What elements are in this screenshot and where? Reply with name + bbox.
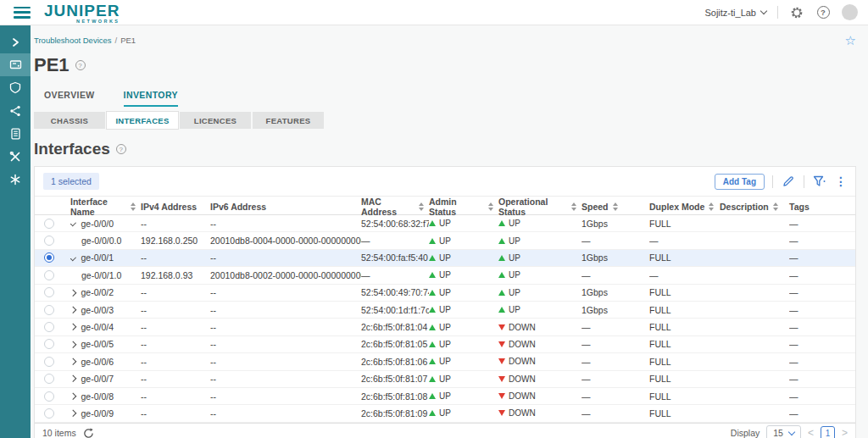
ipv6-cell: 20010db8-0004-0000-0000-000000000002+1 xyxy=(210,236,361,246)
expand-chevron-icon[interactable] xyxy=(70,341,76,348)
sidebar-item-devices[interactable] xyxy=(0,53,31,76)
hamburger-icon[interactable] xyxy=(14,7,31,19)
sort-icon[interactable] xyxy=(613,202,618,211)
column-header-mac-address[interactable]: MAC Address xyxy=(361,197,429,217)
expand-chevron-icon[interactable] xyxy=(70,324,76,330)
section-help-icon[interactable]: ? xyxy=(116,144,126,154)
table-row[interactable]: ge-0/0/4----2c:6b:f5:0f:81:04UPDOWN—FULL… xyxy=(35,319,855,335)
gear-icon[interactable] xyxy=(789,5,804,20)
table-row[interactable]: ge-0/0/1.0192.168.0.9320010db8-0002-0000… xyxy=(35,267,855,284)
column-header-admin-status[interactable]: Admin Status xyxy=(429,197,498,217)
row-radio[interactable] xyxy=(44,339,54,349)
tab-inventory[interactable]: INVENTORY xyxy=(124,90,178,107)
sidebar-expand-button[interactable] xyxy=(0,30,31,53)
page-size-select[interactable]: 15 xyxy=(766,425,801,438)
expand-chevron-icon[interactable] xyxy=(70,375,76,382)
subtab-interfaces[interactable]: INTERFACES xyxy=(107,112,178,129)
help-icon[interactable]: ? xyxy=(815,5,831,20)
ipv4-cell: -- xyxy=(141,322,210,332)
admin-status-cell: UP xyxy=(429,323,498,332)
refresh-icon[interactable] xyxy=(83,428,94,438)
row-radio[interactable] xyxy=(44,391,54,402)
interface-name-cell: ge-0/0/4 xyxy=(70,322,141,332)
row-radio[interactable] xyxy=(44,270,54,280)
next-page-button[interactable]: > xyxy=(842,427,848,438)
interface-name-cell: ge-0/0/9 xyxy=(70,408,141,419)
tab-overview[interactable]: OVERVIEW xyxy=(44,90,95,107)
table-row[interactable]: ge-0/0/8----2c:6b:f5:0f:81:08UPDOWN—FULL… xyxy=(35,388,855,405)
column-header-operational-status[interactable]: Operational Status xyxy=(498,197,581,217)
table-row[interactable]: ge-0/0/0----52:54:00:68:32:f7UPUP1GbpsFU… xyxy=(35,215,855,232)
duplex-cell: FULL xyxy=(649,391,720,402)
column-label: Interface Name xyxy=(70,197,126,217)
column-header-duplex-mode[interactable]: Duplex Mode xyxy=(649,202,720,212)
expand-chevron-icon[interactable] xyxy=(70,393,76,400)
current-page-button[interactable]: 1 xyxy=(821,426,835,438)
account-menu[interactable]: Sojitz-ti_Lab xyxy=(704,8,766,18)
status-text: UP xyxy=(509,236,520,246)
table-row[interactable]: ge-0/0/2----52:54:00:49:70:74UPUP1GbpsFU… xyxy=(35,285,855,302)
table-row[interactable]: ge-0/0/7----2c:6b:f5:0f:81:07UPDOWN—FULL… xyxy=(35,371,855,388)
breadcrumb-current: PE1 xyxy=(120,36,136,45)
table-row[interactable]: ge-0/0/9----2c:6b:f5:0f:81:09UPDOWN—FULL… xyxy=(35,405,855,422)
column-header-description[interactable]: Description xyxy=(720,202,789,212)
row-radio[interactable] xyxy=(44,322,54,332)
ipv6-cell: -- xyxy=(210,374,361,384)
add-tag-button[interactable]: Add Tag xyxy=(715,174,765,190)
collapse-chevron-icon[interactable] xyxy=(70,254,76,261)
ipv6-cell: 20010db8-0002-0000-0000-000000000001+1 xyxy=(210,270,361,280)
table-row[interactable]: ge-0/0/6----2c:6b:f5:0f:81:06UPDOWN—FULL… xyxy=(35,353,855,370)
sidebar-item-security[interactable] xyxy=(0,76,31,99)
row-radio[interactable] xyxy=(44,374,54,384)
subtab-licences[interactable]: LICENCES xyxy=(180,112,251,129)
avatar[interactable] xyxy=(842,4,858,20)
page-size-value: 15 xyxy=(773,428,783,438)
top-bar: JUNIPER NETWORKS Sojitz-ti_Lab ? xyxy=(0,0,868,25)
sort-icon[interactable] xyxy=(571,202,576,211)
kebab-menu-icon[interactable]: ⋮ xyxy=(835,175,847,187)
filter-icon[interactable] xyxy=(812,174,827,189)
favorite-star-icon[interactable]: ☆ xyxy=(845,34,856,47)
column-header-interface-name[interactable]: Interface Name xyxy=(70,197,141,217)
subtab-features[interactable]: FEATURES xyxy=(253,112,324,129)
operational-status-cell: DOWN xyxy=(498,391,581,401)
sort-icon[interactable] xyxy=(419,202,424,211)
row-radio[interactable] xyxy=(44,408,54,419)
sort-icon[interactable] xyxy=(709,202,714,211)
prev-page-button[interactable]: < xyxy=(808,427,814,438)
table-row[interactable]: ge-0/0/3----52:54:00:1d:f1:7cUPUP1GbpsFU… xyxy=(35,302,855,319)
edit-pencil-icon[interactable] xyxy=(781,174,796,189)
sidebar-item-reports[interactable] xyxy=(0,122,31,145)
duplex-cell: FULL xyxy=(649,219,720,229)
sort-icon[interactable] xyxy=(773,202,778,211)
row-radio[interactable] xyxy=(44,357,54,367)
sort-icon[interactable] xyxy=(131,202,136,211)
status-text: UP xyxy=(509,305,520,314)
items-count: 10 items xyxy=(42,428,76,438)
status-badge: UP xyxy=(429,253,451,263)
page-title-help-icon[interactable]: ? xyxy=(75,60,86,70)
column-header-speed[interactable]: Speed xyxy=(581,202,649,212)
collapse-chevron-icon[interactable] xyxy=(70,219,76,226)
column-label: IPv6 Address xyxy=(210,202,266,212)
sidebar-item-services[interactable] xyxy=(0,168,31,191)
sidebar-item-network[interactable] xyxy=(0,99,31,122)
expand-chevron-icon[interactable] xyxy=(70,410,76,417)
breadcrumb-parent[interactable]: Troubleshoot Devices xyxy=(34,36,112,45)
table-row[interactable]: ge-0/0/5----2c:6b:f5:0f:81:05UPDOWN—FULL… xyxy=(35,336,855,353)
sidebar-item-administration[interactable] xyxy=(0,145,31,168)
table-row[interactable]: ge-0/0/0.0192.168.0.25020010db8-0004-000… xyxy=(35,232,855,249)
table-row[interactable]: ge-0/0/1----52:54:00:fa:f5:40UPUP1GbpsFU… xyxy=(35,250,855,267)
row-radio[interactable] xyxy=(44,236,54,246)
sort-icon[interactable] xyxy=(488,202,493,211)
row-radio[interactable] xyxy=(44,219,54,229)
expand-chevron-icon[interactable] xyxy=(70,358,76,365)
expand-chevron-icon[interactable] xyxy=(70,307,76,313)
expand-chevron-icon[interactable] xyxy=(70,289,76,296)
row-radio[interactable] xyxy=(44,305,54,315)
row-radio[interactable] xyxy=(44,252,54,263)
mac-cell: 52:54:00:fa:f5:40 xyxy=(361,252,429,263)
row-radio[interactable] xyxy=(44,287,54,297)
status-text: DOWN xyxy=(509,357,536,366)
subtab-chassis[interactable]: CHASSIS xyxy=(34,112,105,129)
